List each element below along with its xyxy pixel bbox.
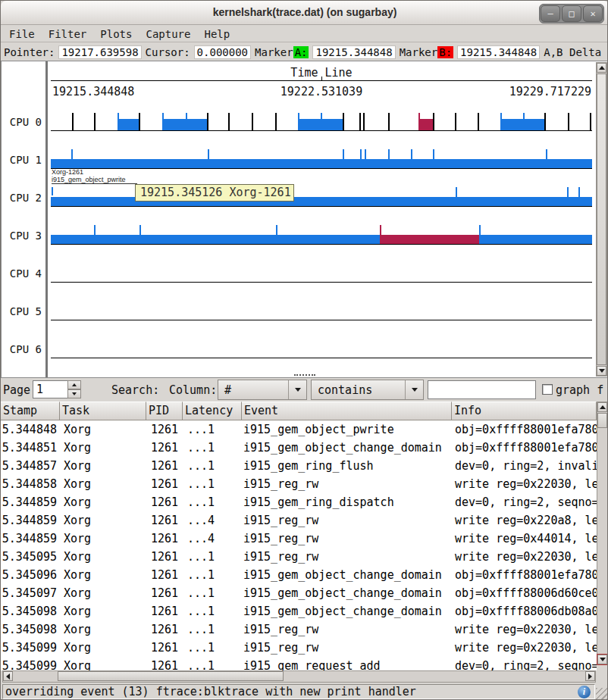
table-row[interactable]: 5.345098Xorg1261...1i915_reg_rwwrite reg… [1, 620, 597, 639]
table-cell: i915_reg_rw [242, 511, 452, 530]
scroll-up-icon[interactable] [597, 402, 607, 412]
event-tick [418, 113, 420, 130]
scroll-left-icon[interactable] [3, 671, 13, 681]
table-row[interactable]: 5.345096Xorg1261...1i915_gem_object_chan… [1, 566, 597, 584]
timeline-timestamp: 19229.717229 [509, 85, 591, 98]
table-cell: 5.344859 [1, 493, 60, 511]
table-row[interactable]: 5.345099Xorg1261...1i915_gem_request_add… [1, 657, 597, 670]
table-cell: Xorg [60, 548, 146, 566]
table-cell: 1261 [146, 475, 183, 493]
window-title: kernelshark(trace.dat) (on sugarbay) [1, 6, 608, 18]
table-row[interactable]: 5.344848Xorg1261...1i915_gem_object_pwri… [1, 420, 597, 439]
menu-item-plots[interactable]: Plots [93, 27, 139, 42]
timeline-timestamps: 19215.34484819222.53103919229.717229 [51, 85, 592, 98]
graph-vertical-scrollbar[interactable] [596, 62, 607, 377]
marker-b-label: Marker [400, 46, 438, 58]
table-cell: i915_reg_rw [242, 530, 452, 548]
cpu-baseline [51, 244, 592, 245]
table-row[interactable]: 5.345095Xorg1261...1i915_reg_rwwrite reg… [1, 548, 597, 566]
table-cell: Xorg [60, 511, 146, 530]
task-name-label: Xorg-1261 [52, 168, 137, 176]
page-spin-down-icon[interactable] [67, 389, 81, 398]
table-row[interactable]: 5.344859Xorg1261...1i915_gem_ring_dispat… [1, 493, 597, 511]
event-tick [456, 187, 457, 197]
column-header-latency[interactable]: Latency [183, 402, 242, 420]
column-header-stamp[interactable]: Stamp [1, 402, 60, 420]
table-scroll-thumb[interactable] [597, 413, 607, 428]
event-tick [276, 225, 277, 235]
close-button-icon[interactable]: ✕ [583, 5, 603, 22]
table-row[interactable]: 5.345097Xorg1261...1i915_gem_object_chan… [1, 584, 597, 602]
event-tick [321, 113, 322, 130]
table-cell: i915_gem_ring_flush [242, 457, 452, 475]
maximize-button-icon[interactable]: □ [562, 5, 581, 22]
column-header-info[interactable]: Info [452, 402, 597, 420]
table-row[interactable]: 5.344859Xorg1261...4i915_reg_rwwrite reg… [1, 511, 597, 530]
event-block [418, 119, 433, 130]
table-row[interactable]: 5.344858Xorg1261...1i915_reg_rwwrite reg… [1, 475, 597, 493]
table-horizontal-scrollbar[interactable] [2, 670, 596, 683]
event-tick [118, 113, 119, 130]
table-cell: dev=0, ring=2, invali [452, 457, 597, 475]
menu-item-capture[interactable]: Capture [139, 27, 197, 42]
menu-item-file[interactable]: File [2, 27, 42, 42]
scroll-up-icon[interactable] [597, 63, 606, 73]
table-cell: i915_reg_rw [242, 639, 452, 657]
scroll-right-icon[interactable] [585, 671, 595, 681]
pane-splitter-handle[interactable] [294, 374, 315, 376]
cursor-label: Cursor: [146, 46, 190, 58]
menu-item-help[interactable]: Help [197, 27, 237, 42]
menu-bar: FileFilterPlotsCaptureHelp [1, 26, 608, 42]
menu-item-filter[interactable]: Filter [42, 27, 94, 42]
timeline-canvas[interactable]: Time Line 19215.34484819222.53103919229.… [51, 61, 592, 377]
column-header-task[interactable]: Task [60, 402, 146, 420]
page-spin-up-icon[interactable] [67, 380, 81, 389]
event-tick [455, 113, 456, 130]
status-bar: overriding event (13) ftrace:blktrace wi… [1, 683, 608, 700]
table-row[interactable]: 5.345099Xorg1261...1i915_reg_rwwrite reg… [1, 639, 597, 657]
minimize-button-icon[interactable]: – [541, 5, 560, 22]
page-value[interactable]: 1 [33, 380, 67, 398]
match-select[interactable]: contains [311, 380, 424, 400]
event-table[interactable]: 5.344848Xorg1261...1i915_gem_object_pwri… [1, 420, 597, 670]
table-vertical-scrollbar[interactable] [597, 402, 608, 665]
scroll-down-icon[interactable] [597, 655, 607, 664]
graph-scroll-thumb[interactable] [597, 73, 606, 365]
table-row[interactable]: 5.344857Xorg1261...1i915_gem_ring_flushd… [1, 457, 597, 475]
search-toolbar: Page 1 Search: Column: # contains graph … [1, 378, 608, 402]
resize-grip[interactable] [596, 688, 608, 700]
cpu-label: CPU 3 [3, 230, 45, 242]
table-cell: 1261 [146, 584, 183, 602]
status-message: overriding event (13) ftrace:blktrace wi… [2, 684, 595, 699]
table-row[interactable]: 5.345098Xorg1261...1i915_gem_object_chan… [1, 602, 597, 620]
table-cell: i915_reg_rw [242, 548, 452, 566]
page-spinbox[interactable]: 1 [33, 380, 81, 398]
table-cell: Xorg [60, 639, 146, 657]
cpu-activity-bar [51, 159, 592, 168]
table-cell: ...1 [183, 639, 242, 657]
table-row[interactable]: 5.344851Xorg1261...1i915_gem_object_chan… [1, 439, 597, 457]
search-label: Search: [111, 383, 159, 397]
marker-a-label: Marker [255, 46, 293, 58]
event-tick [343, 113, 344, 130]
table-row[interactable]: 5.344859Xorg1261...4i915_reg_rwwrite reg… [1, 530, 597, 548]
graph-follows-checkbox[interactable] [542, 384, 553, 395]
search-input[interactable] [428, 380, 536, 399]
pointer-value: 19217.639598 [58, 45, 141, 59]
title-bar[interactable]: kernelshark(trace.dat) (on sugarbay) –□✕ [1, 1, 608, 25]
cpu-label: CPU 0 [3, 116, 45, 128]
column-select[interactable]: # [218, 380, 307, 400]
table-cell: 1261 [146, 511, 183, 530]
column-header-pid[interactable]: PID [146, 402, 183, 420]
cpu-activity-bar [51, 235, 380, 244]
table-hscroll-thumb[interactable] [58, 671, 284, 681]
chevron-down-icon[interactable] [288, 380, 306, 399]
column-label: Column: [169, 383, 217, 397]
table-cell: Xorg [60, 657, 146, 670]
column-header-event[interactable]: Event [242, 402, 452, 420]
event-tick [433, 113, 434, 130]
event-tick [544, 113, 546, 130]
table-cell: 5.345099 [1, 639, 60, 657]
chevron-down-icon[interactable] [405, 380, 423, 399]
scroll-down-icon[interactable] [597, 366, 606, 376]
